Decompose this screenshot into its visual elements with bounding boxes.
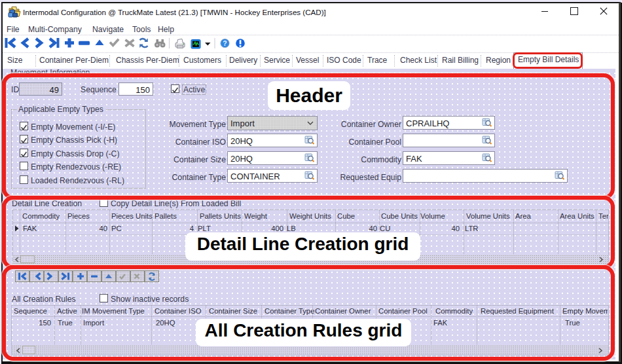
svg-text:?: ? <box>223 39 227 47</box>
